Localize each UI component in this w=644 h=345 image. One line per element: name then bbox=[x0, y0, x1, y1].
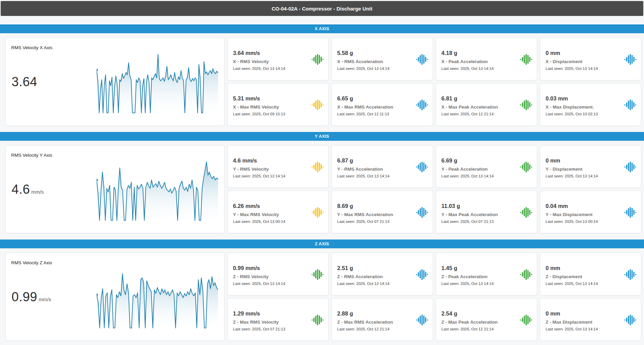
metric-value: 2.88 g bbox=[337, 310, 412, 317]
chart-title: RMS Velocity Z Axis bbox=[11, 260, 52, 265]
metric-value: 11.03 g bbox=[442, 203, 516, 209]
section-banner-y: Y AXIS bbox=[0, 132, 644, 141]
metric-label: Z - RMS Acceleration bbox=[337, 274, 412, 280]
metric-card-y-rms-velocity[interactable]: 4.6 mm/sY - RMS VelocityLast seen: 2025,… bbox=[227, 145, 329, 188]
metric-card-y-displacement[interactable]: 0 mmY - DisplacementLast seen: 2025, Oct… bbox=[540, 145, 641, 188]
chart-title: RMS Velocity X Axis bbox=[11, 45, 53, 50]
section-banner-label: X AXIS bbox=[315, 26, 329, 31]
metric-label: X - RMS Acceleration bbox=[337, 59, 412, 64]
metric-label: Y - RMS Velocity bbox=[233, 167, 308, 172]
metric-card-x-peak-acceleration[interactable]: 4.18 gX - Peak AccelerationLast seen: 20… bbox=[436, 38, 537, 80]
metric-label: Y - Peak Acceleration bbox=[442, 167, 516, 172]
rms-velocity-sparkline bbox=[97, 52, 218, 116]
metric-last-seen: Last seen: 2025, Oct 13 14:14 bbox=[442, 66, 516, 71]
waveform-icon bbox=[416, 314, 428, 325]
metric-card-z-max-rms-acceleration[interactable]: 2.88 gZ - Max RMS AccelerationLast seen:… bbox=[331, 298, 433, 341]
metric-card-z-rms-acceleration[interactable]: 2.51 gZ - RMS AccelerationLast seen: 202… bbox=[331, 253, 433, 295]
rms-velocity-y-chart-card[interactable]: RMS Velocity Y Axis 4.6 mm/s bbox=[5, 145, 225, 233]
chart-big-value: 4.6 bbox=[12, 182, 30, 197]
metric-value: 0.99 mm/s bbox=[233, 265, 308, 271]
metric-card-x-rms-velocity[interactable]: 3.64 mm/sX - RMS VelocityLast seen: 2025… bbox=[227, 38, 329, 80]
metric-card-z-peak-acceleration[interactable]: 1.45 gZ - Peak AccelerationLast seen: 20… bbox=[436, 253, 537, 295]
metric-card-x-displacement[interactable]: 0 mmX - DisplacementLast seen: 2025, Oct… bbox=[540, 38, 641, 80]
metric-value: 0 mm bbox=[546, 157, 621, 164]
metric-card-z-max-rms-velocity[interactable]: 1.29 mm/sZ - Max RMS VelocityLast seen: … bbox=[227, 298, 329, 341]
metric-label: Y - Displacement bbox=[546, 167, 621, 172]
metric-last-seen: Last seen: 2025, Oct 13 14:14 bbox=[442, 174, 516, 178]
metric-last-seen: Last seen: 2025, Oct 13 14:14 bbox=[233, 281, 308, 286]
metric-value: 8.69 g bbox=[337, 203, 412, 209]
metric-card-x-max-rms-acceleration[interactable]: 6.65 gX - Max RMS AccelerationLast seen:… bbox=[331, 83, 433, 126]
waveform-icon bbox=[311, 54, 324, 65]
page-title: CO-04-02A - Compressor - Discharge Unit bbox=[272, 6, 372, 12]
chart-big-value: 0.99 bbox=[12, 290, 37, 304]
metric-card-y-max-displacement[interactable]: 0.04 mmY - Max DisplacementLast seen: 20… bbox=[540, 191, 641, 233]
metric-card-z-max-displacement[interactable]: 0 mmZ - Max DisplacementLast seen: 2025,… bbox=[540, 298, 641, 341]
rms-velocity-sparkline bbox=[97, 160, 218, 224]
metric-card-x-max-displacement[interactable]: 0.03 mmX - Max Displacement.Last seen: 2… bbox=[540, 83, 641, 126]
waveform-icon bbox=[311, 314, 324, 325]
waveform-icon bbox=[520, 99, 532, 110]
waveform-icon bbox=[624, 99, 637, 110]
metric-card-x-rms-acceleration[interactable]: 5.58 gX - RMS AccelerationLast seen: 202… bbox=[331, 38, 433, 80]
chart-current-value: 4.6 mm/s bbox=[12, 182, 44, 197]
metric-value: 6.87 g bbox=[337, 157, 412, 164]
metric-grid-z: 0.99 mm/sZ - RMS VelocityLast seen: 2025… bbox=[227, 253, 641, 341]
metric-label: Z - Max RMS Acceleration bbox=[337, 320, 412, 325]
chart-unit: mm/s bbox=[31, 189, 44, 195]
chart-current-value: 3.64 bbox=[12, 75, 39, 89]
waveform-icon bbox=[520, 54, 532, 65]
metric-value: 0.03 mm bbox=[546, 95, 621, 102]
metric-value: 4.18 g bbox=[442, 50, 516, 56]
metric-label: X - Max RMS Acceleration bbox=[337, 104, 412, 110]
metric-card-y-max-rms-acceleration[interactable]: 8.69 gY - Max RMS AccelerationLast seen:… bbox=[331, 191, 433, 233]
waveform-icon bbox=[520, 314, 532, 325]
metric-last-seen: Last seen: 2025, Oct 13 14:14 bbox=[442, 281, 516, 286]
metric-value: 5.58 g bbox=[337, 50, 412, 56]
metric-value: 1.29 mm/s bbox=[233, 310, 308, 317]
metric-last-seen: Last seen: 2025, Oct 13 14:14 bbox=[546, 281, 621, 286]
metric-value: 6.81 g bbox=[442, 95, 516, 102]
metric-label: X - Peak Acceleration bbox=[442, 59, 516, 64]
metric-card-z-rms-velocity[interactable]: 0.99 mm/sZ - RMS VelocityLast seen: 2025… bbox=[227, 253, 329, 295]
chart-big-value: 3.64 bbox=[12, 75, 37, 89]
metric-last-seen: Last seen: 2025, Oct 10 02:13 bbox=[546, 112, 621, 116]
metric-label: Z - Max Peak Acceleration bbox=[442, 320, 516, 325]
metric-value: 2.54 g bbox=[442, 310, 516, 317]
metric-label: Z - Max RMS Velocity bbox=[233, 320, 308, 325]
waveform-icon bbox=[416, 269, 428, 280]
metric-card-y-peak-acceleration[interactable]: 6.69 gY - Peak AccelerationLast seen: 20… bbox=[436, 145, 537, 188]
section-banner-x: X AXIS bbox=[0, 24, 644, 33]
metric-value: 0 mm bbox=[546, 50, 621, 56]
rms-velocity-z-chart-card[interactable]: RMS Velocity Z Axis 0.99 mm/s bbox=[5, 253, 225, 341]
metric-last-seen: Last seen: 2025, Oct 13 14:14 bbox=[233, 174, 308, 178]
metric-label: X - RMS Velocity bbox=[233, 59, 308, 64]
metric-label: Z - Peak Acceleration bbox=[442, 274, 516, 280]
metric-value: 6.69 g bbox=[442, 157, 516, 164]
metric-last-seen: Last seen: 2025, Oct 13 14:14 bbox=[337, 281, 412, 286]
waveform-icon bbox=[520, 207, 532, 218]
waveform-icon bbox=[520, 161, 532, 172]
section-content-y: RMS Velocity Y Axis 4.6 mm/s 4.6 mm/sY -… bbox=[5, 145, 641, 233]
metric-card-z-displacement[interactable]: 0 mmZ - DisplacementLast seen: 2025, Oct… bbox=[540, 253, 641, 295]
waveform-icon bbox=[311, 207, 324, 218]
waveform-icon bbox=[311, 99, 324, 110]
metric-last-seen: Last seen: 2025, Oct 12 21:14 bbox=[442, 327, 516, 331]
waveform-icon bbox=[416, 207, 428, 218]
waveform-icon bbox=[416, 161, 428, 172]
metric-value: 1.45 g bbox=[442, 265, 516, 271]
metric-card-y-max-peak-acceleration[interactable]: 11.03 gY - Max Peak AccelerationLast see… bbox=[436, 191, 537, 233]
metric-card-x-max-peak-acceleration[interactable]: 6.81 gX - Max Peak AccelerationLast seen… bbox=[436, 83, 537, 126]
metric-card-z-max-peak-acceleration[interactable]: 2.54 gZ - Max Peak AccelerationLast seen… bbox=[436, 298, 537, 341]
metric-last-seen: Last seen: 2025, Oct 07 21:13 bbox=[442, 219, 516, 224]
metric-card-y-max-rms-velocity[interactable]: 6.26 mm/sY - Max RMS VelocityLast seen: … bbox=[227, 191, 329, 233]
rms-velocity-x-chart-card[interactable]: RMS Velocity X Axis 3.64 bbox=[5, 38, 225, 126]
metric-label: Z - Max Displacement bbox=[546, 320, 621, 325]
metric-last-seen: Last seen: 2025, Oct 12 11:13 bbox=[337, 112, 412, 116]
metric-label: Y - Max Displacement bbox=[546, 212, 621, 217]
metric-label: Y - Max Peak Acceleration bbox=[442, 212, 516, 217]
metric-card-y-rms-acceleration[interactable]: 6.87 gY - RMS AccelerationLast seen: 202… bbox=[331, 145, 433, 188]
window-title-bar: CO-04-02A - Compressor - Discharge Unit bbox=[1, 1, 643, 16]
metric-label: Y - RMS Acceleration bbox=[337, 167, 412, 172]
metric-card-x-max-rms-velocity[interactable]: 5.31 mm/sX - Max RMS VelocityLast seen: … bbox=[227, 83, 329, 126]
